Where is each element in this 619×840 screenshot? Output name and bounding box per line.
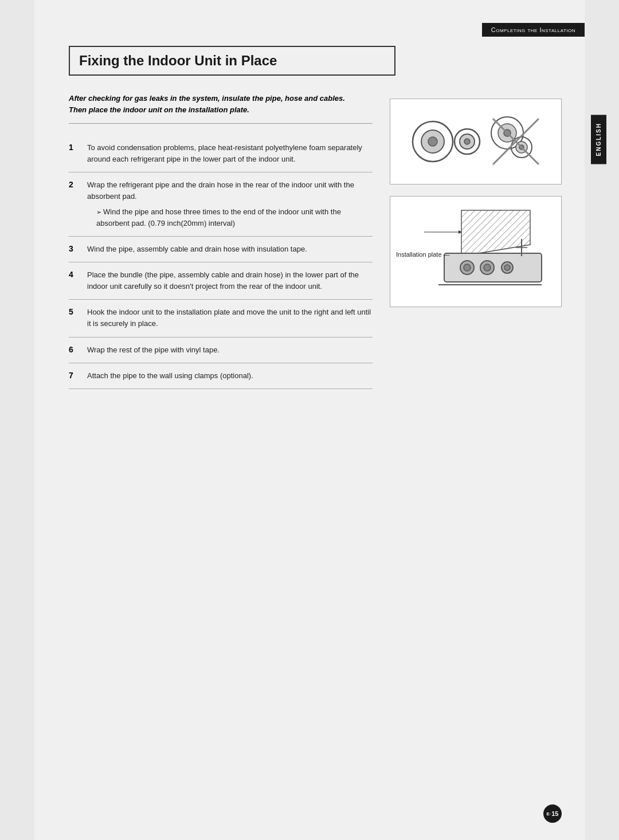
- step-7-content: Attach the pipe to the wall using clamps…: [87, 370, 373, 382]
- main-content: Fixing the Indoor Unit in Place After ch…: [34, 0, 585, 412]
- svg-point-2: [428, 137, 437, 146]
- svg-marker-15: [461, 210, 530, 256]
- pipe-diagram-svg: [407, 107, 544, 176]
- title-box: Fixing the Indoor Unit in Place: [69, 46, 395, 76]
- page-number: E·15: [543, 804, 562, 823]
- svg-point-20: [484, 264, 491, 271]
- step-7-number: 7: [69, 370, 79, 380]
- step-2-number: 2: [69, 179, 79, 189]
- step-1-content: To avoid condensation problems, place he…: [87, 142, 373, 165]
- step-7: 7 Attach the pipe to the wall using clam…: [69, 363, 373, 389]
- step-3-content: Wind the pipe, assembly cable and drain …: [87, 244, 373, 255]
- step-2: 2 Wrap the refrigerant pipe and the drai…: [69, 172, 373, 237]
- step-3-number: 3: [69, 244, 79, 253]
- installation-plate-svg: [416, 205, 553, 296]
- diagram-1: [390, 99, 562, 185]
- installation-plate-label: Installation plate: [396, 251, 450, 258]
- svg-point-22: [504, 265, 510, 270]
- page: Completing the Installation ENGLISH Fixi…: [34, 0, 585, 840]
- language-tab: ENGLISH: [591, 115, 606, 164]
- step-1-number: 1: [69, 142, 79, 152]
- step-1: 1 To avoid condensation problems, place …: [69, 135, 373, 172]
- intro-line1: After checking for gas leaks in the syst…: [69, 94, 345, 103]
- two-column-layout: After checking for gas leaks in the syst…: [69, 93, 562, 389]
- diagram-2: Installation plate: [390, 196, 562, 307]
- right-column: Installation plate: [390, 93, 562, 389]
- intro-line2: Then place the indoor unit on the instal…: [69, 105, 249, 114]
- step-4: 4 Place the bundle (the pipe, assembly c…: [69, 262, 373, 300]
- svg-point-5: [464, 139, 470, 144]
- step-2-content: Wrap the refrigerant pipe and the drain …: [87, 179, 373, 229]
- step-4-content: Place the bundle (the pipe, assembly cab…: [87, 269, 373, 292]
- left-column: After checking for gas leaks in the syst…: [69, 93, 373, 389]
- step-3: 3 Wind the pipe, assembly cable and drai…: [69, 237, 373, 262]
- step-6-number: 6: [69, 344, 79, 354]
- svg-point-18: [464, 264, 471, 271]
- step-5: 5 Hook the indoor unit to the installati…: [69, 300, 373, 337]
- step-2-substep: Wind the pipe and hose three times to th…: [87, 206, 373, 229]
- page-title: Fixing the Indoor Unit in Place: [79, 53, 385, 69]
- step-6-content: Wrap the rest of the pipe with vinyl tap…: [87, 344, 373, 356]
- step-5-number: 5: [69, 307, 79, 316]
- intro-paragraph: After checking for gas leaks in the syst…: [69, 93, 373, 124]
- step-4-number: 4: [69, 269, 79, 279]
- step-6: 6 Wrap the rest of the pipe with vinyl t…: [69, 337, 373, 363]
- step-5-content: Hook the indoor unit to the installation…: [87, 307, 373, 329]
